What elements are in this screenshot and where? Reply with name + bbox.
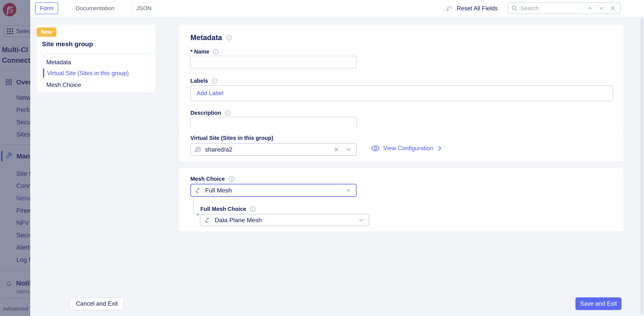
wizard-title: Site mesh group (42, 40, 93, 48)
name-field[interactable] (190, 56, 356, 68)
mesh-choice-value: Full Mesh (205, 187, 342, 194)
search-prev-icon[interactable] (586, 5, 594, 11)
chevron-right-icon (437, 146, 442, 151)
search-divider (582, 5, 583, 11)
wizard-divider-notch (42, 51, 48, 56)
search-next-icon[interactable] (597, 5, 606, 11)
search-icon (511, 5, 518, 11)
full-mesh-choice-label: Full Mesh Choice (200, 206, 246, 212)
search-box (508, 2, 621, 14)
tab-documentation[interactable]: Documentation (58, 2, 132, 14)
metadata-section: Metadata * Name Labels (179, 24, 624, 137)
wizard-step-metadata[interactable]: Metadata (46, 59, 71, 66)
description-label-row: Description (190, 110, 231, 116)
form-modal: Form Documentation JSON Reset All Fields (30, 0, 644, 316)
nested-field-connector (193, 197, 198, 214)
view-tabs: Form Documentation JSON (35, 2, 156, 14)
virtual-site-select[interactable]: shared/a2 (190, 143, 356, 156)
chevron-down-icon[interactable] (358, 217, 364, 223)
view-configuration-label: View Configuration (383, 145, 433, 152)
new-badge: New (37, 27, 56, 37)
mesh-choice-label: Mesh Choice (190, 176, 225, 182)
info-icon[interactable] (228, 176, 234, 182)
full-mesh-choice-label-row: Full Mesh Choice (200, 206, 256, 212)
view-configuration-link[interactable]: View Configuration (371, 145, 442, 152)
mesh-choice-section: Mesh Choice Full Mesh (179, 168, 624, 232)
metadata-heading-row: Metadata (190, 34, 232, 42)
wizard-step-mesh-choice[interactable]: Mesh Choice (46, 82, 81, 88)
reset-all-fields-label: Reset All Fields (457, 5, 498, 12)
info-icon[interactable] (250, 206, 256, 212)
cancel-and-exit-button[interactable]: Cancel and Exit (70, 297, 124, 310)
labels-label: Labels (190, 78, 208, 84)
wizard-panel: New Site mesh group Metadata Virtual Sit… (37, 24, 156, 92)
save-and-exit-button[interactable]: Save and Exit (576, 297, 622, 310)
clear-selection-icon[interactable] (334, 147, 339, 152)
list-with-plus-icon (194, 146, 202, 153)
modal-header: Form Documentation JSON Reset All Fields (30, 0, 644, 17)
eye-icon (371, 145, 380, 152)
active-step-indicator (43, 68, 44, 78)
info-icon[interactable] (213, 49, 219, 55)
undo-arrow-icon (446, 4, 454, 12)
mesh-choice-select[interactable]: Full Mesh (190, 184, 356, 197)
virtual-site-label: Virtual Site (Sites in this group) (190, 135, 273, 141)
virtual-site-value: shared/a2 (205, 146, 330, 153)
virtual-site-section: Virtual Site (Sites in this group) share… (179, 127, 624, 162)
name-label-row: * Name (190, 48, 219, 55)
app-root: f5 Select Multi-Cl Connect Over Netw Per… (0, 0, 644, 316)
info-icon[interactable] (224, 110, 231, 116)
wizard-step-virtual-site[interactable]: Virtual Site (Sites in this group) (47, 70, 129, 77)
vertical-scrollbar[interactable] (640, 18, 643, 314)
full-mesh-choice-select[interactable]: Data Plane Mesh (200, 214, 369, 226)
search-input[interactable] (520, 5, 580, 11)
reset-all-fields-button[interactable]: Reset All Fields (446, 0, 498, 17)
dim-overlay (0, 0, 30, 316)
wizard-divider (37, 53, 156, 54)
tab-json[interactable]: JSON (132, 2, 156, 14)
labels-label-row: Labels (190, 78, 218, 84)
nested-field-connector-dot (196, 213, 199, 216)
info-icon[interactable] (212, 78, 218, 84)
description-label: Description (190, 110, 221, 116)
labels-container: Add Label (190, 85, 613, 101)
full-mesh-choice-value: Data Plane Mesh (214, 217, 354, 224)
virtual-site-label-row: Virtual Site (Sites in this group) (190, 135, 273, 141)
add-label-button[interactable]: Add Label (196, 90, 224, 97)
mesh-choice-label-row: Mesh Choice (190, 176, 234, 182)
info-icon[interactable] (226, 35, 232, 41)
name-label: * Name (190, 48, 209, 55)
chevron-down-icon[interactable] (345, 187, 352, 193)
search-close-icon[interactable] (608, 5, 617, 11)
route-split-icon (204, 216, 211, 224)
sidebar: f5 Select Multi-Cl Connect Over Netw Per… (0, 0, 30, 316)
chevron-down-icon[interactable] (346, 146, 352, 153)
route-split-icon (194, 187, 202, 194)
tab-form[interactable]: Form (35, 2, 58, 14)
metadata-heading: Metadata (190, 34, 222, 42)
